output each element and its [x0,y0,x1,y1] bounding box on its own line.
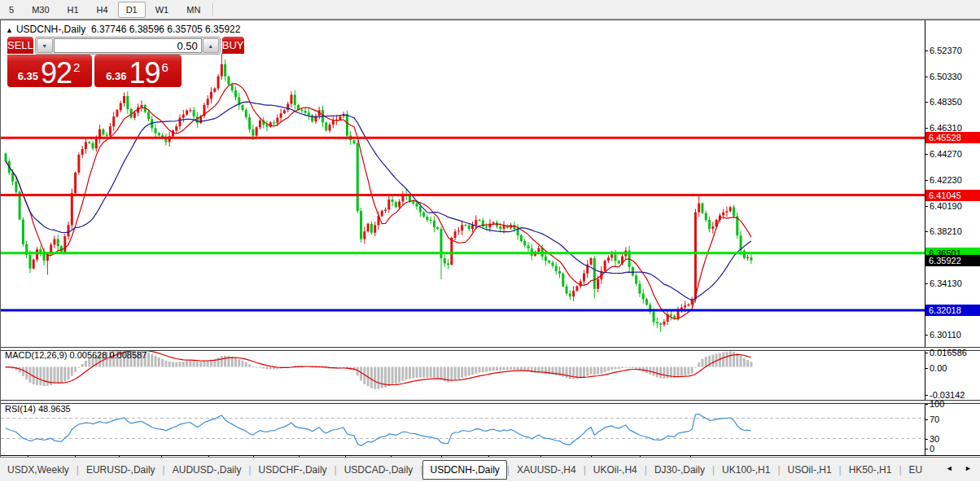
rsi-tick [925,404,928,405]
price-tick-label: 6.40190 [930,201,962,211]
symbol-tab-bar: USDX,Weekly|EURUSD-,Daily|AUDUSD-,Daily|… [0,457,980,481]
price-tick [925,128,928,129]
macd-rsi-separator[interactable] [1,400,980,404]
rsi-axis-label: 30 [930,434,939,444]
tab-xauusd-h4[interactable]: XAUUSD-,H4 [510,461,584,479]
price-tick [925,335,928,336]
tab-eurusd-daily[interactable]: EURUSD-,Daily [79,461,163,479]
timeframe-button-w1[interactable]: W1 [147,2,177,18]
collapse-marker-icon[interactable]: ▲ [6,26,13,34]
volume-increase-button[interactable]: ▲ [203,38,219,53]
buy-button[interactable]: BUY [222,37,244,55]
tab-dj30-daily[interactable]: DJ30-,Daily [647,461,712,479]
price-tick-label: 6.38210 [930,226,962,236]
price-tick [925,283,928,284]
tab-usdx-weekly[interactable]: USDX,Weekly [0,461,77,479]
price-tick-label: 6.42230 [930,175,962,185]
buy-price-prefix: 6.36 [106,70,126,82]
price-tick-label: 6.34130 [930,279,962,288]
macd-label: MACD(12,26,9) 0.005628 0.008587 [5,350,147,360]
price-tick [925,77,928,77]
price-level-badge: 6.35922 [925,255,980,266]
timeframe-button-d1[interactable]: D1 [118,2,146,18]
chart-window: ▲USDCNH-,Daily 6.37746 6.38596 6.35705 6… [0,20,980,477]
sell-button[interactable]: SELL [7,37,33,55]
tab-uk100-h1[interactable]: UK100-,H1 [715,461,777,479]
price-level-badge: 6.45528 [925,132,980,143]
volume-spinner-group: ▼ ▲ [35,37,221,55]
sell-price-main: 92 [41,61,72,86]
sell-price-box[interactable]: 6.35 92 2 [7,55,92,87]
trade-panel-price-row: 6.35 92 2 6.36 19 6 [7,55,182,87]
buy-price-main: 19 [129,61,160,86]
price-tick-label: 6.50330 [930,72,962,81]
volume-input[interactable] [54,38,202,53]
buy-price-box[interactable]: 6.36 19 6 [94,55,182,87]
macd-axis-label: 0.016586 [930,348,967,357]
timeframe-buttons: 5M30H1H4D1W1MN [0,2,209,18]
rsi-label: RSI(14) 48.9635 [5,404,71,414]
price-tick [925,50,928,51]
rsi-axis-label: 70 [930,414,939,424]
buy-price-superscript: 6 [162,63,168,72]
timeframe-button-mn[interactable]: MN [178,2,208,18]
chart-ohlc-values: 6.37746 6.38596 6.35705 6.35922 [91,24,241,35]
price-tick-label: 6.46310 [930,123,962,133]
price-level-badge: 6.32018 [925,305,980,316]
price-tick [925,154,928,155]
price-tick-label: 6.44270 [930,149,962,159]
macd-tick [925,395,928,396]
macd-tick [925,353,928,353]
price-tick-label: 6.48350 [930,97,962,107]
timeframe-toolbar: 5M30H1H4D1W1MN [0,0,980,20]
macd-axis-label: 0.00 [930,363,947,373]
tab-usoil-h1[interactable]: USOil-,H1 [781,461,839,479]
rsi-tick [925,439,928,440]
rsi-axis-label: 100 [930,399,944,409]
price-tick [925,206,928,207]
one-click-trade-panel: SELL ▼ ▲ BUY 6.35 92 2 6.36 19 6 [7,37,182,87]
symbol-tabs: USDX,Weekly|EURUSD-,Daily|AUDUSD-,Daily|… [0,460,930,480]
rsi-axis-label: 0 [930,444,934,454]
chart-title: ▲USDCNH-,Daily 6.37746 6.38596 6.35705 6… [6,24,240,35]
trade-panel-top-row: SELL ▼ ▲ BUY [7,37,182,55]
tab-audusd-daily[interactable]: AUDUSD-,Daily [165,461,249,479]
toolbar-separator [212,3,214,16]
volume-decrease-button[interactable]: ▼ [37,38,53,53]
sell-price-superscript: 2 [73,63,80,72]
price-tick-label: 6.52370 [930,46,962,55]
tab-usdcnh-daily[interactable]: USDCNH-,Daily [422,460,506,480]
tab-usdchf-daily[interactable]: USDCHF-,Daily [252,461,335,479]
price-tick [925,102,928,103]
macd-tick [925,368,928,369]
rsi-tick [925,419,928,420]
price-level-badge: 6.41045 [925,190,980,201]
tab-scroll-arrows[interactable]: ◄ ► [941,464,977,472]
trading-platform-window: 5M30H1H4D1W1MN ▲USDCNH-,Daily 6.37746 6.… [0,0,980,500]
tab-ukoil-h4[interactable]: UKOil-,H4 [586,461,645,479]
tab-hk50-h1[interactable]: HK50-,H1 [842,461,899,479]
rsi-tick [925,449,928,450]
timeframe-button-h1[interactable]: H1 [59,2,87,18]
price-tick-label: 6.30110 [930,330,961,340]
price-tick [925,231,928,232]
price-axis-border [925,20,925,455]
timeframe-button-5[interactable]: 5 [1,2,22,18]
rsi-indicator-chart[interactable] [1,402,925,454]
sell-price-prefix: 6.35 [18,70,38,82]
timeframe-button-m30[interactable]: M30 [24,2,57,18]
tab-usdcad-daily[interactable]: USDCAD-,Daily [337,461,421,479]
tab-eu[interactable]: EU [902,461,930,479]
timeframe-button-h4[interactable]: H4 [89,2,116,18]
main-macd-separator[interactable] [1,347,980,351]
price-tick [925,180,928,181]
chart-symbol-label: USDCNH-,Daily [16,24,85,35]
